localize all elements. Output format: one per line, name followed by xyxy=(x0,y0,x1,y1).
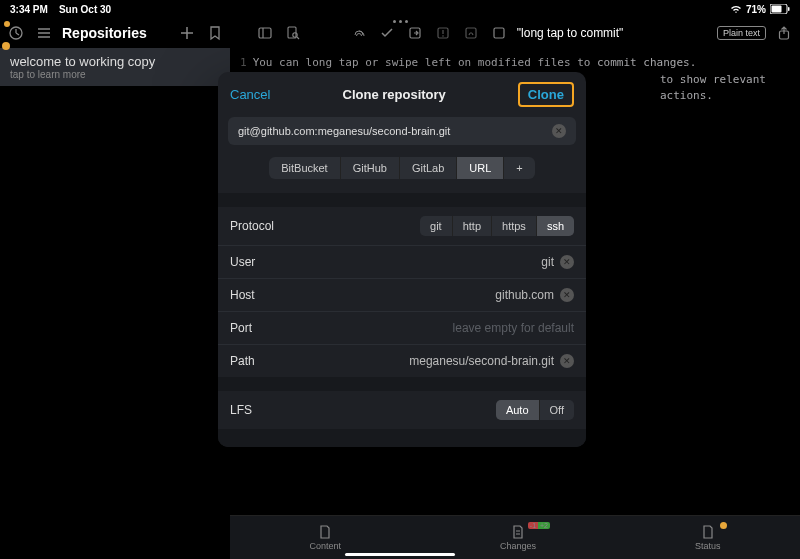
clear-user-icon[interactable]: ✕ xyxy=(560,255,574,269)
document-title: "long tap to commit" xyxy=(517,26,624,40)
user-value: git xyxy=(541,255,554,269)
tab-content[interactable]: Content xyxy=(309,524,341,551)
lfs-label: LFS xyxy=(230,403,252,417)
fingerprint-icon[interactable] xyxy=(349,23,369,43)
lfs-auto[interactable]: Auto xyxy=(496,400,540,420)
clear-path-icon[interactable]: ✕ xyxy=(560,354,574,368)
user-label: User xyxy=(230,255,255,269)
tab-status[interactable]: Status xyxy=(695,524,721,551)
battery-icon xyxy=(770,4,790,14)
welcome-subtitle: tap to learn more xyxy=(10,69,220,80)
repositories-title: Repositories xyxy=(62,25,147,41)
lfs-segmented: Auto Off xyxy=(496,400,574,420)
status-time: 3:34 PM xyxy=(10,4,48,15)
wifi-icon xyxy=(730,4,742,14)
notification-dot-icon xyxy=(2,42,10,50)
host-label: Host xyxy=(230,288,255,302)
plain-text-button[interactable]: Plain text xyxy=(717,26,766,40)
port-label: Port xyxy=(230,321,252,335)
protocol-https[interactable]: https xyxy=(492,216,537,236)
row-user[interactable]: User git✕ xyxy=(218,246,586,279)
row-protocol: Protocol git http https ssh xyxy=(218,207,586,246)
tab-content-label: Content xyxy=(309,541,341,551)
path-value: meganesu/second-brain.git xyxy=(409,354,554,368)
lfs-off[interactable]: Off xyxy=(540,400,574,420)
clear-input-icon[interactable]: ✕ xyxy=(552,124,566,138)
tab-github[interactable]: GitHub xyxy=(341,157,400,179)
svg-rect-1 xyxy=(772,6,782,13)
editor-line-1: You can long tap or swipe left on modifi… xyxy=(253,56,697,69)
tab-bitbucket[interactable]: BitBucket xyxy=(269,157,340,179)
modal-title: Clone repository xyxy=(343,87,446,102)
status-left: 3:34 PM Sun Oct 30 xyxy=(10,4,111,15)
clone-button[interactable]: Clone xyxy=(518,82,574,107)
action4-icon[interactable] xyxy=(489,23,509,43)
home-indicator[interactable] xyxy=(345,553,455,556)
svg-point-12 xyxy=(442,35,444,37)
tab-url[interactable]: URL xyxy=(457,157,504,179)
share-icon[interactable] xyxy=(774,23,794,43)
protocol-git[interactable]: git xyxy=(420,216,453,236)
row-host[interactable]: Host github.com✕ xyxy=(218,279,586,312)
app-menu-icon[interactable] xyxy=(6,23,26,43)
tab-add-source[interactable]: + xyxy=(504,157,534,179)
action1-icon[interactable] xyxy=(405,23,425,43)
clone-repository-modal: Cancel Clone repository Clone git@github… xyxy=(218,72,586,447)
status-bar: 3:34 PM Sun Oct 30 71% xyxy=(0,0,800,18)
protocol-ssh[interactable]: ssh xyxy=(537,216,574,236)
svg-rect-2 xyxy=(788,7,790,11)
path-label: Path xyxy=(230,354,255,368)
clear-host-icon[interactable]: ✕ xyxy=(560,288,574,302)
bookmark-icon[interactable] xyxy=(205,23,225,43)
changes-badge: -1+2 xyxy=(528,522,550,529)
tab-gitlab[interactable]: GitLab xyxy=(400,157,457,179)
multitask-dots-icon[interactable] xyxy=(0,20,800,23)
row-lfs: LFS Auto Off xyxy=(218,391,586,429)
protocol-segmented: git http https ssh xyxy=(420,216,574,236)
tab-changes[interactable]: -1+2 Changes xyxy=(500,524,536,551)
source-segmented-control: BitBucket GitHub GitLab URL + xyxy=(269,157,535,179)
port-placeholder: leave empty for default xyxy=(453,321,574,335)
action3-icon[interactable] xyxy=(461,23,481,43)
status-right: 71% xyxy=(730,4,790,15)
cancel-button[interactable]: Cancel xyxy=(230,87,270,102)
svg-rect-4 xyxy=(259,28,271,38)
menu-lines-icon[interactable] xyxy=(34,23,54,43)
line-number: 1 xyxy=(240,56,247,69)
document-icon xyxy=(317,524,333,540)
battery-percent: 71% xyxy=(746,4,766,15)
clone-url-value: git@github.com:meganesu/second-brain.git xyxy=(238,125,552,137)
bottom-tab-bar: Content -1+2 Changes Status xyxy=(230,515,800,559)
tab-status-label: Status xyxy=(695,541,721,551)
host-value: github.com xyxy=(495,288,554,302)
sidebar-toggle-icon[interactable] xyxy=(255,23,275,43)
row-path[interactable]: Path meganesu/second-brain.git✕ xyxy=(218,345,586,377)
protocol-http[interactable]: http xyxy=(453,216,492,236)
protocol-label: Protocol xyxy=(230,219,274,233)
editor-line-2: to show relevant actions. xyxy=(660,73,766,103)
search-file-icon[interactable] xyxy=(283,23,303,43)
add-icon[interactable] xyxy=(177,23,197,43)
svg-rect-14 xyxy=(494,28,504,38)
status-date: Sun Oct 30 xyxy=(59,4,111,15)
status-icon xyxy=(700,524,716,540)
diff-icon xyxy=(510,524,526,540)
welcome-title: welcome to working copy xyxy=(10,54,220,69)
row-port[interactable]: Port leave empty for default xyxy=(218,312,586,345)
status-badge-dot xyxy=(720,522,727,529)
sidebar-item-welcome[interactable]: welcome to working copy tap to learn mor… xyxy=(0,48,230,86)
tab-changes-label: Changes xyxy=(500,541,536,551)
svg-line-8 xyxy=(297,37,299,39)
action2-icon[interactable] xyxy=(433,23,453,43)
checkmark-icon[interactable] xyxy=(377,23,397,43)
clone-url-input[interactable]: git@github.com:meganesu/second-brain.git… xyxy=(228,117,576,145)
